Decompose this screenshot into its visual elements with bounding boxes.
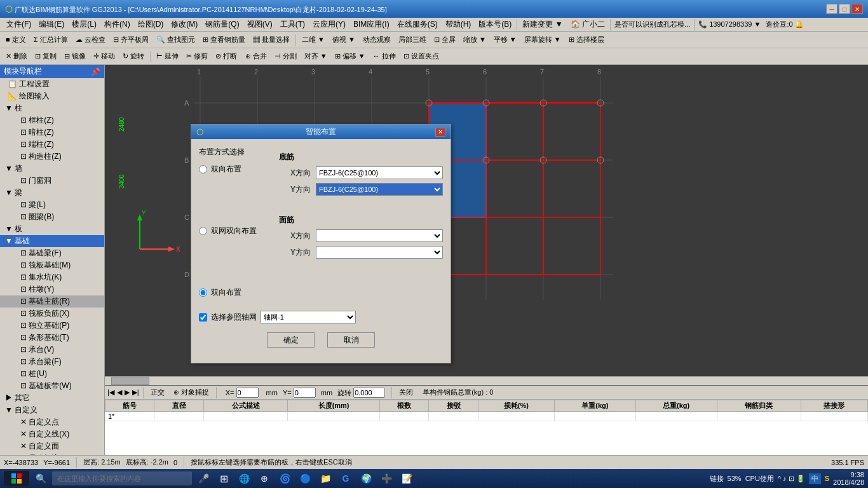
menu-cloud[interactable]: 云应用(Y) (309, 18, 349, 31)
tb-trim[interactable]: ✂ 修剪 (183, 50, 211, 62)
cancel-button[interactable]: 取消 (327, 332, 375, 348)
tb-selectfloor[interactable]: ⊞ 选择楼层 (566, 34, 607, 46)
tb-split[interactable]: ⊣ 分割 (271, 50, 300, 62)
tree-custom-line[interactable]: ✕ 自定义线(X) (0, 428, 104, 440)
tb-stretch[interactable]: ↔ 拉伸 (370, 50, 399, 62)
menu-draw[interactable]: 绘图(D) (134, 18, 168, 31)
tree-pilecap-beam[interactable]: ⊡ 承台梁(F) (0, 356, 104, 368)
tree-custom-face[interactable]: ✕ 自定义面 (0, 440, 104, 452)
tb-screenrot[interactable]: 屏幕旋转 ▼ (521, 34, 564, 46)
tb-pan[interactable]: 平移 ▼ (491, 34, 520, 46)
taskbar-mic-icon[interactable]: 🎤 (194, 470, 212, 487)
page-nav-next[interactable]: ▶ (125, 388, 130, 396)
axis-checkbox[interactable] (199, 313, 207, 322)
tree-sump[interactable]: ⊡ 集水坑(K) (0, 271, 104, 283)
tree-struct-col[interactable]: ⊡ 构造柱(Z) (0, 151, 104, 163)
menu-rebar[interactable]: 钢筋量(Q) (201, 18, 243, 31)
taskbar-browser3-icon[interactable]: 🌀 (276, 470, 294, 487)
tree-engineering-setup[interactable]: 📋 工程设置 (0, 78, 104, 90)
tb-ortho[interactable]: 正交 (147, 386, 168, 398)
menu-tools[interactable]: 工具(T) (276, 18, 309, 31)
radio-option1[interactable]: 双向布置 (199, 164, 266, 175)
tree-ring-beam[interactable]: ⊡ 圈梁(B) (0, 211, 104, 223)
ime-indicator[interactable]: 中 (809, 473, 821, 484)
bottom-y-select[interactable]: FBZJ-6(C25@100) (316, 183, 443, 196)
taskbar-browser1-icon[interactable]: 🌐 (235, 470, 253, 487)
tree-strip[interactable]: ⊡ 条形基础(T) (0, 332, 104, 344)
tb-batchselect[interactable]: ▦ 批量选择 (250, 34, 293, 46)
tb-viewrebar[interactable]: ⊞ 查看钢筋量 (200, 34, 248, 46)
table-row[interactable]: 1* (105, 412, 868, 421)
taskbar-browser4-icon[interactable]: 🔵 (296, 470, 314, 487)
menu-online[interactable]: 在线服务(S) (393, 18, 442, 31)
tree-frame-col[interactable]: ⊡ 框柱(Z) (0, 114, 104, 126)
menu-version[interactable]: 版本号(B) (475, 18, 515, 31)
tb-merge[interactable]: ⊕ 合并 (242, 50, 270, 62)
tree-wall-group[interactable]: ▼ 墙 (0, 163, 104, 175)
tree-other-group[interactable]: ▶ 其它 (0, 392, 104, 404)
taskbar-earth-icon[interactable]: 🌍 (357, 470, 375, 487)
tb-local3d[interactable]: 局部三维 (395, 34, 430, 46)
menu-bim[interactable]: BIM应用(I) (349, 18, 393, 31)
taskbar-folder-icon[interactable]: 📁 (316, 470, 334, 487)
tree-custom-group[interactable]: ▼ 自定义 (0, 404, 104, 416)
tb-copy[interactable]: ⊡ 复制 (32, 50, 60, 62)
tree-slab-group[interactable]: ▼ 板 (0, 223, 104, 235)
tb-define[interactable]: ■ 定义 (3, 34, 29, 46)
tb-2d[interactable]: 二维 ▼ (299, 34, 328, 46)
menu-help[interactable]: 帮助(H) (442, 18, 475, 31)
menu-floor[interactable]: 楼层(L) (68, 18, 100, 31)
tree-beam-group[interactable]: ▼ 梁 (0, 187, 104, 199)
menu-component[interactable]: 构件(N) (100, 18, 134, 31)
taskbar-tasks-icon[interactable]: ⊞ (215, 470, 233, 487)
maximize-btn[interactable]: □ (839, 4, 850, 14)
tree-custom-point[interactable]: ✕ 自定义点 (0, 416, 104, 428)
tb-rotate[interactable]: ↻ 旋转 (119, 50, 147, 62)
page-nav-end[interactable]: ▶| (132, 388, 139, 396)
ok-button[interactable]: 确定 (267, 332, 315, 348)
tree-door-window[interactable]: ⊡ 门窗洞 (0, 175, 104, 187)
tb-delete[interactable]: ✕ 删除 (3, 50, 31, 62)
tree-col-cap[interactable]: ⊡ 柱墩(Y) (0, 283, 104, 295)
tree-standalone[interactable]: ⊡ 独立基础(P) (0, 320, 104, 332)
menu-view[interactable]: 视图(V) (243, 18, 276, 31)
tb-fullscreen[interactable]: ⊡ 全屏 (431, 34, 459, 46)
menu-modify[interactable]: 修改(M) (167, 18, 201, 31)
minimize-btn[interactable]: ─ (826, 4, 837, 14)
left-panel-pin[interactable]: 📌 (91, 67, 100, 76)
menu-guangxiao[interactable]: 🏠 广小二 (567, 18, 609, 31)
lang-indicator[interactable]: S (825, 475, 829, 482)
tree-end-col[interactable]: ⊡ 端柱(Z) (0, 139, 104, 151)
top-y-select[interactable] (316, 246, 443, 259)
taskbar-search-input[interactable] (52, 471, 192, 485)
tree-pilecap[interactable]: ⊡ 承台(V) (0, 344, 104, 356)
tree-drawing-input[interactable]: 📐 绘图输入 (0, 90, 104, 102)
taskbar-g-icon[interactable]: G (337, 470, 355, 487)
menu-newchange[interactable]: 新建变更 ▼ (519, 18, 566, 31)
tree-main-rebar[interactable]: ⊡ 基础主筋(R) (0, 295, 104, 308)
tb-setgrip[interactable]: ⊡ 设置夹点 (400, 50, 442, 62)
tb-topview[interactable]: 俯视 ▼ (329, 34, 358, 46)
tree-column-group[interactable]: ▼ 柱 (0, 102, 104, 114)
page-nav-start[interactable]: |◀ (107, 388, 114, 396)
axis-select[interactable]: 轴网-1 (261, 311, 356, 323)
tb-snap[interactable]: ⊕ 对象捕捉 (170, 386, 212, 398)
tb-move[interactable]: ✛ 移动 (90, 50, 118, 62)
taskbar-note-icon[interactable]: 📝 (398, 470, 416, 487)
tb-align[interactable]: ⊟ 齐平板周 (110, 34, 152, 46)
tree-foundation-group[interactable]: ▼ 基础 (0, 235, 104, 247)
close-btn[interactable]: ✕ (851, 4, 863, 14)
tree-hidden-col[interactable]: ⊡ 暗柱(Z) (0, 126, 104, 139)
tb-findelem[interactable]: 🔍 查找图元 (153, 34, 198, 46)
tb-mirror[interactable]: ⊟ 镜像 (61, 50, 89, 62)
bottom-x-select[interactable]: FBZJ-6(C25@100) (316, 166, 443, 179)
tree-found-beam[interactable]: ⊡ 基础梁(F) (0, 247, 104, 259)
menu-file[interactable]: 文件(F) (3, 18, 35, 31)
start-button[interactable] (4, 471, 29, 486)
dialog-close-btn[interactable]: ✕ (435, 128, 445, 137)
tree-raft[interactable]: ⊡ 筏板基础(M) (0, 259, 104, 271)
radio-option2[interactable]: 双网双向布置 (199, 226, 266, 236)
radio-option3[interactable]: 双向布置 (199, 287, 266, 298)
tb-break[interactable]: ⊘ 打断 (212, 50, 240, 62)
taskbar-plus-icon[interactable]: ➕ (377, 470, 395, 487)
